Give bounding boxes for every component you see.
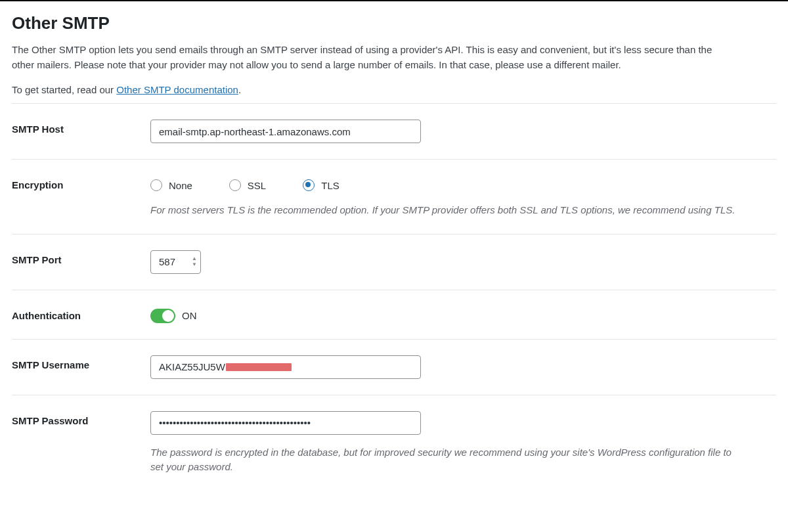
input-smtp-port[interactable] bbox=[150, 250, 201, 274]
row-authentication: Authentication ON bbox=[12, 290, 776, 339]
row-encryption: Encryption None SSL TLS For most servers… bbox=[12, 159, 776, 234]
radio-none[interactable]: None bbox=[150, 179, 192, 191]
label-encryption: Encryption bbox=[12, 175, 150, 190]
help-encryption: For most servers TLS is the recommended … bbox=[150, 203, 741, 218]
input-smtp-password[interactable] bbox=[150, 411, 421, 435]
section-title: Other SMTP bbox=[12, 13, 776, 33]
radio-circle-icon bbox=[150, 179, 162, 191]
doc-suffix: . bbox=[238, 84, 241, 95]
input-smtp-host[interactable] bbox=[150, 120, 421, 143]
radio-tls[interactable]: TLS bbox=[303, 179, 339, 191]
label-smtp-port: SMTP Port bbox=[12, 250, 150, 265]
toggle-authentication[interactable] bbox=[150, 309, 175, 323]
help-smtp-password: The password is encrypted in the databas… bbox=[150, 445, 741, 475]
row-smtp-port: SMTP Port ▲ ▼ bbox=[12, 234, 776, 290]
doc-link[interactable]: Other SMTP documentation bbox=[116, 84, 238, 95]
row-smtp-password: SMTP Password The password is encrypted … bbox=[12, 395, 776, 491]
radio-ssl-label: SSL bbox=[248, 180, 266, 191]
label-authentication: Authentication bbox=[12, 306, 150, 321]
radio-group-encryption: None SSL TLS bbox=[150, 179, 776, 191]
doc-prefix: To get started, read our bbox=[12, 84, 116, 95]
row-smtp-host: SMTP Host bbox=[12, 103, 776, 159]
toggle-state-label: ON bbox=[182, 310, 197, 321]
input-smtp-username[interactable] bbox=[150, 355, 421, 379]
section-description: The Other SMTP option lets you send emai… bbox=[12, 43, 734, 72]
doc-line: To get started, read our Other SMTP docu… bbox=[12, 84, 776, 95]
radio-none-label: None bbox=[169, 180, 192, 191]
radio-circle-icon bbox=[229, 179, 241, 191]
toggle-knob-icon bbox=[162, 310, 174, 322]
label-smtp-password: SMTP Password bbox=[12, 411, 150, 426]
radio-circle-selected-icon bbox=[303, 179, 315, 191]
radio-tls-label: TLS bbox=[321, 180, 339, 191]
label-smtp-username: SMTP Username bbox=[12, 355, 150, 370]
row-smtp-username: SMTP Username bbox=[12, 339, 776, 395]
radio-ssl[interactable]: SSL bbox=[229, 179, 266, 191]
label-smtp-host: SMTP Host bbox=[12, 120, 150, 135]
